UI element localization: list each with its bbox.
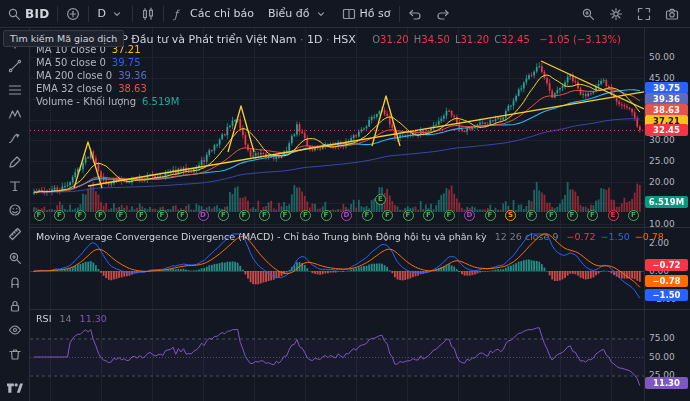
- indicator-legend-item[interactable]: MA 200 close 039.36: [36, 70, 147, 81]
- event-marker[interactable]: F: [362, 210, 373, 221]
- text-tool[interactable]: [7, 178, 23, 194]
- fullscreen-button[interactable]: [630, 1, 658, 27]
- indicator-legend-item[interactable]: MA 50 close 039.75: [36, 57, 141, 68]
- chart-menu-button[interactable]: Biểu đồ: [261, 1, 335, 27]
- remove-drawings-tool[interactable]: [7, 346, 23, 362]
- event-marker[interactable]: F: [382, 210, 393, 221]
- indicator-legend-item[interactable]: EMA 32 close 038.63: [36, 83, 147, 94]
- gear-icon: [609, 7, 623, 21]
- event-marker[interactable]: F: [218, 210, 229, 221]
- legend-separator: ·: [322, 33, 333, 46]
- event-marker[interactable]: F: [259, 210, 270, 221]
- macd-title: Moving Average Convergence Divergence (M…: [36, 231, 487, 242]
- macd-badge: −0.78: [645, 275, 688, 287]
- camera-icon: [665, 7, 679, 21]
- tradingview-logo[interactable]: [5, 379, 25, 397]
- pane-separator-rsi[interactable]: [30, 309, 690, 310]
- fib-retracement-tool[interactable]: [7, 82, 23, 98]
- event-marker[interactable]: F: [300, 210, 311, 221]
- event-marker[interactable]: D: [341, 210, 352, 221]
- chevron-down-icon: [110, 7, 124, 21]
- indicators-button[interactable]: ƒ Các chỉ báo: [165, 1, 261, 27]
- event-marker[interactable]: F: [546, 210, 557, 221]
- profile-button[interactable]: Hồ sơ: [335, 1, 398, 27]
- macd-legend[interactable]: Moving Average Convergence Divergence (M…: [36, 231, 664, 242]
- magnet-icon: [8, 277, 22, 292]
- event-marker[interactable]: F: [136, 210, 147, 221]
- snapshot-button[interactable]: [658, 1, 686, 27]
- event-marker[interactable]: F: [116, 210, 127, 221]
- toolbar-divider: [57, 6, 58, 22]
- event-marker[interactable]: F: [177, 210, 188, 221]
- search-icon: [7, 7, 21, 21]
- toolbar-divider: [132, 6, 133, 22]
- event-marker[interactable]: F: [280, 210, 291, 221]
- emoji-icon: [8, 205, 22, 220]
- undo-button[interactable]: [401, 1, 429, 27]
- price-tick: 50.00: [649, 52, 675, 62]
- plus-icon: [66, 7, 80, 21]
- eye-icon: [8, 325, 22, 340]
- zoom-in-tool[interactable]: [7, 250, 23, 266]
- interval-label: D: [97, 7, 105, 20]
- quick-search-button[interactable]: [574, 1, 602, 27]
- interval-button[interactable]: D: [90, 1, 130, 27]
- event-marker[interactable]: E: [608, 210, 619, 221]
- event-marker[interactable]: F: [423, 210, 434, 221]
- pattern-tool[interactable]: [7, 106, 23, 122]
- rsi-title: RSI: [36, 313, 51, 324]
- symbol-legend[interactable]: MCP Đầu tư và Phát triển Việt Nam · 1D ·…: [104, 33, 621, 46]
- emoji-tool[interactable]: [7, 202, 23, 218]
- price-tick: 20.00: [649, 177, 675, 187]
- settings-button[interactable]: [602, 1, 630, 27]
- indicators-label: Các chỉ báo: [190, 7, 254, 20]
- measure-tool[interactable]: [7, 226, 23, 242]
- topbar-right-group: [574, 1, 690, 27]
- redo-button[interactable]: [429, 1, 457, 27]
- hide-drawings-tool[interactable]: [7, 322, 23, 338]
- event-marker[interactable]: D: [464, 210, 475, 221]
- event-marker[interactable]: F: [403, 210, 414, 221]
- change-value: −1.05 (−3.13%): [539, 34, 621, 45]
- macd-params: 12 26 close 9: [495, 231, 559, 242]
- event-marker[interactable]: F: [567, 210, 578, 221]
- event-marker[interactable]: F: [157, 210, 168, 221]
- brush-tool[interactable]: [7, 154, 23, 170]
- rsi-badge: 11.30: [645, 377, 688, 389]
- fullscreen-icon: [637, 7, 651, 21]
- forecast-tool[interactable]: [7, 130, 23, 146]
- indicator-label: MA 200 close 0: [36, 70, 112, 81]
- event-marker[interactable]: F: [34, 210, 45, 221]
- event-marker[interactable]: S: [505, 210, 516, 221]
- event-marker[interactable]: F: [239, 210, 250, 221]
- pane-separator-macd[interactable]: [30, 227, 690, 228]
- magnet-tool[interactable]: [7, 274, 23, 290]
- event-marker[interactable]: D: [198, 210, 209, 221]
- compare-add-button[interactable]: [59, 1, 87, 27]
- macd-values: −0.72−1.50−0.78: [561, 231, 663, 242]
- event-marker[interactable]: F: [444, 210, 455, 221]
- symbol-search-button[interactable]: BID: [0, 1, 56, 27]
- chart-type-button[interactable]: [134, 1, 162, 27]
- forecast-icon: [8, 133, 22, 148]
- indicator-legend-item[interactable]: Volume - Khối lượng6.519M: [36, 96, 179, 107]
- event-marker[interactable]: F: [628, 210, 639, 221]
- rsi-legend[interactable]: RSI 14 11.30: [36, 313, 107, 324]
- macd-badge: −0.72: [645, 259, 688, 271]
- event-marker[interactable]: F: [587, 210, 598, 221]
- indicator-label: Volume - Khối lượng: [36, 96, 136, 107]
- event-marker[interactable]: F: [54, 210, 65, 221]
- undo-arrow-icon: [408, 7, 422, 21]
- trend-line-icon: [8, 61, 22, 76]
- event-marker[interactable]: F: [321, 210, 332, 221]
- event-marker[interactable]: F: [485, 210, 496, 221]
- indicator-value: 39.36: [118, 70, 147, 81]
- profile-label: Hồ sơ: [360, 7, 391, 20]
- event-marker[interactable]: F: [526, 210, 537, 221]
- event-marker[interactable]: F: [75, 210, 86, 221]
- event-marker-elevated[interactable]: E: [375, 194, 386, 205]
- event-marker[interactable]: F: [95, 210, 106, 221]
- lock-drawings-tool[interactable]: [7, 298, 23, 314]
- trend-line-tool[interactable]: [7, 58, 23, 74]
- price-tick: 25.00: [649, 156, 675, 166]
